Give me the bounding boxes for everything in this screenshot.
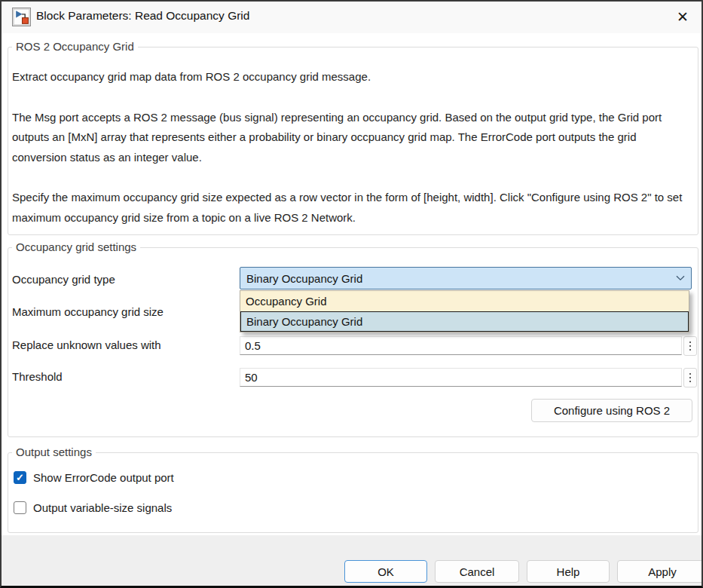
max-grid-size-label: Maximum occupancy grid size <box>12 305 164 318</box>
kebab-menu-icon[interactable] <box>683 368 697 387</box>
variable-size-label: Output variable-size signals <box>33 501 172 514</box>
description-paragraph: Extract occupancy grid map data from ROS… <box>12 67 689 87</box>
ok-button[interactable]: OK <box>344 560 427 583</box>
checkmark-icon: ✓ <box>16 473 24 482</box>
configure-using-ros2-button[interactable]: Configure using ROS 2 <box>531 399 692 422</box>
dropdown-option-occupancy-grid[interactable]: Occupancy Grid <box>240 291 689 311</box>
show-errorcode-checkbox[interactable]: ✓ <box>14 471 26 484</box>
block-parameters-dialog: Block Parameters: Read Occupancy Grid ✕ … <box>0 0 703 588</box>
threshold-label: Threshold <box>12 370 63 383</box>
output-settings-group: Output settings ✓ Show ErrorCode output … <box>8 452 698 533</box>
simulink-block-icon <box>12 8 31 26</box>
occupancy-grid-type-dropdown: Occupancy Grid Binary Occupancy Grid <box>240 290 689 332</box>
group-legend: ROS 2 Occupancy Grid <box>12 40 138 53</box>
replace-unknown-label: Replace unknown values with <box>12 338 161 351</box>
description-paragraph: The Msg port accepts a ROS 2 message (bu… <box>12 108 689 168</box>
dialog-footer: OK Cancel Help Apply <box>2 535 701 587</box>
variable-size-row: ✓ Output variable-size signals <box>14 501 172 514</box>
replace-unknown-input[interactable] <box>240 336 682 355</box>
titlebar: Block Parameters: Read Occupancy Grid ✕ <box>2 2 701 33</box>
threshold-input[interactable] <box>240 368 682 387</box>
occupancy-grid-type-label: Occupancy grid type <box>12 273 115 286</box>
close-icon[interactable]: ✕ <box>671 6 694 27</box>
occupancy-grid-type-combobox[interactable]: Binary Occupancy Grid <box>240 267 692 289</box>
combobox-selected-value: Binary Occupancy Grid <box>246 272 676 285</box>
variable-size-checkbox[interactable]: ✓ <box>14 501 26 514</box>
dropdown-option-binary-occupancy-grid[interactable]: Binary Occupancy Grid <box>240 311 689 332</box>
kebab-menu-icon[interactable] <box>683 336 697 356</box>
description-paragraph: Specify the maximum occupancy grid size … <box>12 188 689 228</box>
chevron-down-icon <box>676 275 685 281</box>
show-errorcode-row: ✓ Show ErrorCode output port <box>14 471 174 484</box>
show-errorcode-label: Show ErrorCode output port <box>33 471 174 484</box>
apply-button[interactable]: Apply <box>617 560 703 583</box>
group-legend: Output settings <box>12 446 96 458</box>
occupancy-grid-settings-group: Occupancy grid settings Occupancy grid t… <box>8 247 698 437</box>
cancel-button[interactable]: Cancel <box>435 560 519 583</box>
window-title: Block Parameters: Read Occupancy Grid <box>36 9 249 23</box>
help-button[interactable]: Help <box>527 560 610 583</box>
ros2-occupancy-grid-group: ROS 2 Occupancy Grid Extract occupancy g… <box>8 47 698 235</box>
group-legend: Occupancy grid settings <box>12 240 140 253</box>
